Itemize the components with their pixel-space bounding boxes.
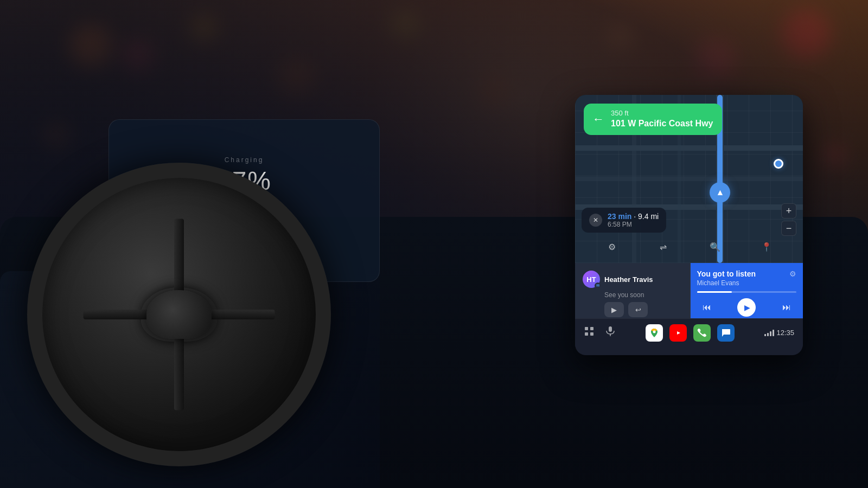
nav-left-controls (584, 326, 615, 339)
music-title: You got to listen (697, 269, 756, 278)
app-icon-maps[interactable] (646, 324, 663, 342)
svg-rect-7 (609, 326, 612, 332)
music-controls: ⏮ ▶ ⏭ (697, 298, 797, 317)
turn-distance: 350 ft (611, 109, 713, 118)
signal-bar-4 (773, 330, 774, 336)
message-play-button[interactable]: ▶ (604, 302, 624, 317)
music-progress-bar (697, 291, 797, 293)
zoom-out-button[interactable]: − (781, 221, 796, 236)
message-reply-button[interactable]: ↩ (628, 302, 648, 317)
music-play-icon: ▶ (744, 303, 750, 312)
map-road-h3 (575, 177, 803, 181)
map-search-button[interactable]: 🔍 (705, 237, 725, 256)
eta-close-button[interactable]: ✕ (589, 214, 602, 227)
music-info: You got to listen Michael Evans (697, 269, 756, 287)
svg-rect-5 (585, 332, 588, 336)
turn-text: 350 ft 101 W Pacific Coast Hwy (611, 109, 713, 130)
app-icon-youtube[interactable] (669, 324, 687, 342)
music-top: You got to listen Michael Evans ⚙ (697, 269, 797, 287)
nav-app-icons (646, 324, 735, 342)
map-routes-button[interactable]: ⇌ (654, 237, 673, 256)
turn-arrow-icon: ← (592, 112, 604, 126)
eta-arrival-time: 6:58 PM (608, 221, 659, 228)
nav-grid-button[interactable] (584, 326, 595, 339)
steering-wheel (27, 163, 331, 466)
cluster-charging-label: Charging (225, 156, 264, 164)
map-road-h1 (575, 145, 803, 151)
cards-row: HT ✉ Heather Travis See you soon ▶ ↩ You… (575, 263, 803, 318)
contact-message-text: See you soon (604, 291, 682, 299)
svg-rect-3 (585, 327, 588, 330)
signal-bars (764, 330, 774, 336)
music-prev-button[interactable]: ⏮ (703, 303, 711, 312)
eta-time: 23 min · 9.4 mi (608, 212, 659, 221)
map-settings-button[interactable]: ⚙ (602, 237, 622, 256)
contact-name: Heather Travis (604, 275, 653, 284)
music-artist: Michael Evans (697, 279, 756, 287)
map-section[interactable]: ← 350 ft 101 W Pacific Coast Hwy ✕ 23 mi… (575, 95, 803, 263)
zoom-controls: + − (781, 203, 796, 236)
eta-bar: ✕ 23 min · 9.4 mi 6:58 PM (582, 208, 666, 233)
turn-banner[interactable]: ← 350 ft 101 W Pacific Coast Hwy (584, 104, 722, 135)
contact-avatar: HT ✉ (583, 271, 600, 288)
app-icon-messages[interactable] (717, 324, 735, 342)
android-auto-panel: ← 350 ft 101 W Pacific Coast Hwy ✕ 23 mi… (575, 95, 803, 355)
signal-bar-1 (764, 334, 766, 336)
nav-time-display: 12:35 (764, 329, 794, 337)
nav-mic-button[interactable] (605, 326, 615, 339)
location-pin (774, 159, 783, 169)
bottom-nav-bar: 12:35 (575, 318, 803, 346)
app-icon-phone[interactable] (693, 324, 711, 342)
map-actions: ⚙ ⇌ 🔍 📍 (575, 237, 803, 256)
svg-point-9 (653, 330, 655, 333)
music-progress-fill (697, 291, 732, 293)
svg-rect-6 (590, 332, 593, 336)
music-play-button[interactable]: ▶ (737, 298, 756, 317)
signal-bar-2 (767, 333, 769, 336)
contact-row: HT ✉ Heather Travis (583, 271, 682, 288)
music-settings-icon[interactable]: ⚙ (789, 269, 796, 278)
music-next-button[interactable]: ⏭ (782, 303, 791, 312)
message-card[interactable]: HT ✉ Heather Travis See you soon ▶ ↩ (575, 263, 691, 318)
svg-rect-4 (590, 327, 593, 330)
music-card[interactable]: You got to listen Michael Evans ⚙ ⏮ ▶ ⏭ (691, 263, 803, 318)
clock-time: 12:35 (776, 329, 794, 337)
eta-info: 23 min · 9.4 mi 6:58 PM (608, 212, 659, 228)
turn-street: 101 W Pacific Coast Hwy (611, 118, 713, 130)
message-action-buttons: ▶ ↩ (604, 302, 682, 317)
signal-bar-3 (770, 331, 771, 336)
map-pin-button[interactable]: 📍 (757, 237, 776, 256)
zoom-in-button[interactable]: + (781, 203, 796, 219)
avatar-message-badge: ✉ (595, 282, 601, 289)
